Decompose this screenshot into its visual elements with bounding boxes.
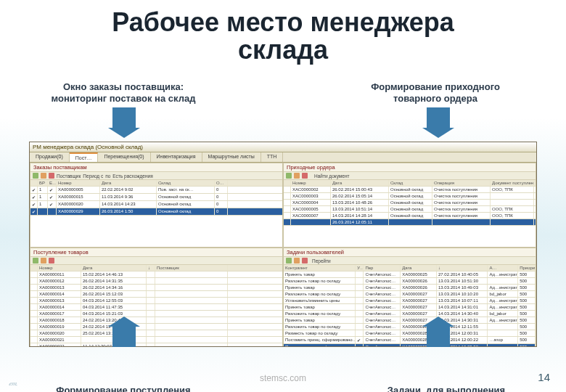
table-row[interactable]: Поставить принц. сформировано…✔СчетАвтоп… — [284, 337, 536, 344]
arrow-down-icon — [427, 107, 450, 128]
panel-tasks: Задачи пользователейПерейтиКонтрагентУ…П… — [283, 248, 536, 347]
tab[interactable]: Пост… — [70, 152, 99, 162]
tab[interactable]: Перемещения(0) — [98, 152, 150, 162]
toolbar-icon[interactable] — [33, 258, 38, 264]
table-row[interactable]: 26.03.2014 12:05:11 — [284, 219, 536, 226]
main-tabs: Продажи(0)Пост…Перемещения(0)Инвентариза… — [30, 152, 536, 163]
table-row[interactable]: ХАС000000326.02.2014 15:05:14Основной ск… — [284, 193, 536, 200]
arrow-up-icon — [112, 327, 136, 347]
grid-body: ✔1✔ХА0000000522.02.2014 9:02Пов. заст. н… — [30, 187, 282, 247]
panel-title: Заказы поставщикам — [30, 163, 282, 172]
table-row[interactable]: ХА0000001924.02.2014 13:16:57 — [30, 324, 282, 330]
table-row[interactable]: ХА0000001326.02.2014 14:34:16 — [30, 285, 282, 291]
toolbar-icon[interactable] — [41, 258, 46, 264]
table-row[interactable]: ХА0000001304.03.2014 12:55:03 — [30, 298, 282, 304]
table-row[interactable]: Принять товарСчетАвтопос…ХА0000002714.03… — [284, 317, 536, 324]
panel-receipts: Приходные ордераНайти документНомерДатаС… — [283, 163, 536, 248]
table-row[interactable]: ХА0000001426.02.2014 15:12:03 — [30, 291, 282, 298]
label-top-right: Формирование приходноготоварного ордера — [363, 81, 508, 105]
toolbar-label: по — [105, 173, 110, 179]
table-row[interactable]: Разложить товар по складуСчетАвтопос…ХА0… — [284, 311, 536, 317]
panel-orders: Заказы поставщикамПоставщикПериод споЕст… — [30, 163, 283, 248]
table-row[interactable]: ХА0000002211.14 12:30:07 — [30, 343, 282, 347]
logo: 𝑒𝑚. — [9, 380, 18, 388]
tab[interactable]: Маршрутные листы — [202, 152, 261, 162]
arrow-down-icon — [112, 107, 136, 128]
grid-header: НомерДата↓Поставщик — [30, 265, 282, 271]
toolbar-label: Есть расхождения — [112, 173, 152, 179]
panel-title: Поступление товаров — [30, 248, 282, 257]
table-row[interactable]: ✔ХА0000002926.03.2014 1:50Основной склад… — [30, 208, 282, 216]
table-row[interactable]: Принять товарСчетАвтопос…ХА0000002613.03… — [284, 285, 536, 291]
panel-toolbar: Перейти — [284, 257, 536, 265]
grid-header: КонтрагентУ…ПерДата↓А…Приоритет — [284, 265, 536, 271]
toolbar-icon[interactable] — [49, 173, 54, 179]
table-row[interactable]: ХА00000021 — [30, 337, 282, 343]
table-row[interactable]: Поставить принц. сформировано - 1 Шт✔Сче… — [284, 344, 536, 347]
panel-toolbar — [30, 257, 282, 265]
toolbar-icon[interactable] — [33, 173, 38, 179]
tab[interactable]: Инвентаризация — [151, 152, 202, 162]
table-row[interactable]: ХАС000000226.02.2014 15:00:43Основной ск… — [284, 187, 536, 193]
toolbar-icon[interactable] — [49, 258, 54, 264]
table-row[interactable]: Принять товарСчетАвтопос…ХА0000002714.03… — [284, 304, 536, 311]
table-row[interactable]: Разложить товар по складуСчетАвтопос…ХА0… — [284, 324, 536, 330]
grid-body: Принять товарСчетАвтопос…ХА0000002527.02… — [284, 271, 536, 347]
window-title: РМ менеджера склада (Основной склад) — [30, 142, 536, 152]
arrow-up-icon — [427, 327, 450, 347]
table-row[interactable]: Разместь товар по складуСчетАвтопос…ХА00… — [284, 330, 536, 337]
toolbar-icon[interactable] — [286, 258, 292, 264]
table-row[interactable]: ✔1✔ХА0000002014.03.2014 14:23Основной ск… — [30, 201, 282, 208]
tab[interactable]: Продажи(0) — [30, 152, 70, 162]
toolbar-icon[interactable] — [302, 173, 308, 179]
table-row[interactable]: ХАС000000714.03.2014 14:28:14Основной ск… — [284, 213, 536, 219]
table-row[interactable]: ХА0000001115.02.2014 14:46:13 — [30, 271, 282, 278]
table-row[interactable]: ХА0000001704.03.2014 15:21:03 — [30, 311, 282, 317]
table-row[interactable]: Разложить товар по складуСчетАвтопос…ХА0… — [284, 291, 536, 298]
toolbar-icon[interactable] — [294, 258, 300, 264]
table-row[interactable]: ХАС000000413.03.2014 10:48:26Основной ск… — [284, 200, 536, 206]
grid-body: ХАС000000226.02.2014 15:00:43Основной ск… — [284, 187, 536, 247]
panel-incoming-goods: Поступление товаровНомерДата↓ПоставщикХА… — [30, 248, 283, 347]
title-line-2: склада — [238, 35, 328, 65]
toolbar-label: Найти документ — [314, 173, 350, 179]
panel-toolbar: ПоставщикПериод споЕсть расхождения — [30, 172, 282, 180]
page-number: 14 — [538, 371, 550, 383]
toolbar-label: Поставщик — [57, 173, 81, 179]
panel-toolbar: Найти документ — [284, 172, 536, 180]
grid-header: НомерДатаСкладОперацияДокумент поступлен… — [284, 180, 536, 187]
footer-link: stemsc.com — [260, 373, 306, 383]
table-row[interactable]: Разложить товар по складуСчетАвтопос…ХА0… — [284, 278, 536, 285]
label-bottom-left: Формирование поступлениятоваров и услуг — [51, 385, 196, 392]
grid-body: ХА0000001115.02.2014 14:46:13ХА000000122… — [30, 271, 282, 347]
table-row[interactable]: ХАС000000513.03.2014 10:51:14Основной ск… — [284, 206, 536, 213]
title-line-1: Рабочее место менеджера — [112, 7, 454, 37]
table-row[interactable]: Установить/изменить ценыСчетАвтопос…ХА00… — [284, 298, 536, 304]
table-row[interactable]: ХА0000001824.02.2014 13:20:49 — [30, 317, 282, 324]
app-screenshot: РМ менеджера склада (Основной склад) Про… — [29, 142, 537, 347]
table-row[interactable]: ✔1✔ХА0000001511.03.2014 9:36Основной скл… — [30, 194, 282, 201]
table-row[interactable]: Принять товарСчетАвтопос…ХА0000002527.02… — [284, 271, 536, 278]
toolbar-label: Период с — [83, 173, 103, 179]
table-row[interactable]: ✔1✔ХА0000000522.02.2014 9:02Пов. заст. н… — [30, 187, 282, 194]
toolbar-label: Перейти — [312, 258, 331, 264]
panel-title: Задачи пользователей — [284, 248, 536, 257]
grid-header: БРЕ…НомерДатаСкладО… — [30, 180, 282, 187]
toolbar-icon[interactable] — [302, 258, 308, 264]
toolbar-icon[interactable] — [294, 173, 300, 179]
table-row[interactable]: ХА0000001226.02.2014 14:31:35 — [30, 278, 282, 285]
tab[interactable]: ТТН — [261, 152, 284, 162]
toolbar-icon[interactable] — [286, 173, 292, 179]
label-top-left: Окно заказы поставщика:мониторинг постав… — [51, 81, 196, 105]
table-row[interactable]: ХА0000001404.03.2014 11:47:35 — [30, 304, 282, 311]
label-bottom-right: Задачи, для выполненияпроцесса — [370, 385, 522, 392]
panel-title: Приходные ордера — [284, 163, 536, 172]
toolbar-icon[interactable] — [41, 173, 46, 179]
table-row[interactable]: ХА0000002025.02.2014 13:15:51 — [30, 330, 282, 337]
